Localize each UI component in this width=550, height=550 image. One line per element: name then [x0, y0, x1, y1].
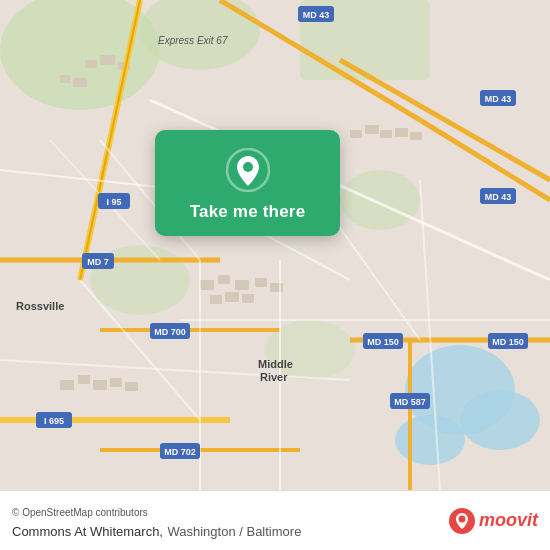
svg-point-8 — [340, 170, 420, 230]
map-background: I 95 I 695 MD 43 MD 43 MD 43 MD 7 MD 700… — [0, 0, 550, 490]
svg-text:MD 150: MD 150 — [492, 337, 524, 347]
svg-text:MD 587: MD 587 — [394, 397, 426, 407]
svg-rect-20 — [210, 295, 222, 304]
svg-rect-25 — [380, 130, 392, 138]
svg-rect-24 — [365, 125, 379, 134]
location-pin-icon — [226, 148, 270, 192]
svg-rect-10 — [85, 60, 97, 68]
svg-text:Middle: Middle — [258, 358, 293, 370]
moovit-icon — [449, 508, 475, 534]
svg-rect-28 — [60, 380, 74, 390]
svg-rect-15 — [200, 280, 214, 290]
region-name: Washington / Baltimore — [167, 524, 301, 539]
svg-text:MD 43: MD 43 — [485, 192, 512, 202]
svg-text:MD 43: MD 43 — [485, 94, 512, 104]
svg-rect-27 — [410, 132, 422, 140]
svg-rect-21 — [225, 292, 239, 302]
svg-rect-18 — [255, 278, 267, 287]
svg-text:MD 7: MD 7 — [87, 257, 109, 267]
svg-rect-26 — [395, 128, 408, 137]
svg-rect-30 — [93, 380, 107, 390]
svg-rect-19 — [270, 283, 283, 292]
popup-button-label: Take me there — [190, 202, 306, 222]
svg-rect-22 — [242, 294, 254, 303]
svg-text:MD 700: MD 700 — [154, 327, 186, 337]
svg-text:Express Exit 67: Express Exit 67 — [158, 35, 228, 46]
svg-rect-23 — [350, 130, 362, 138]
place-name: Commons At Whitemarch, — [12, 524, 163, 539]
svg-text:I 95: I 95 — [106, 197, 121, 207]
svg-text:MD 702: MD 702 — [164, 447, 196, 457]
moovit-text: moovit — [479, 510, 538, 531]
svg-text:I 695: I 695 — [44, 416, 64, 426]
svg-rect-31 — [110, 378, 122, 387]
svg-rect-16 — [218, 275, 230, 284]
svg-point-85 — [458, 515, 465, 522]
svg-point-83 — [243, 162, 253, 172]
svg-text:Rossville: Rossville — [16, 300, 64, 312]
svg-point-3 — [395, 415, 465, 465]
bottom-bar: © OpenStreetMap contributors Commons At … — [0, 490, 550, 550]
svg-point-2 — [460, 390, 540, 450]
svg-text:MD 150: MD 150 — [367, 337, 399, 347]
svg-text:River: River — [260, 371, 288, 383]
svg-rect-17 — [235, 280, 249, 290]
svg-rect-32 — [125, 382, 138, 391]
copyright-text: © OpenStreetMap contributors — [12, 507, 148, 518]
svg-rect-11 — [100, 55, 115, 65]
take-me-there-button[interactable]: Take me there — [155, 130, 340, 236]
moovit-logo: moovit — [449, 508, 538, 534]
svg-rect-14 — [73, 78, 87, 87]
svg-rect-29 — [78, 375, 90, 384]
place-info: © OpenStreetMap contributors Commons At … — [12, 502, 301, 540]
svg-text:MD 43: MD 43 — [303, 10, 330, 20]
map-container: I 95 I 695 MD 43 MD 43 MD 43 MD 7 MD 700… — [0, 0, 550, 490]
svg-rect-13 — [60, 75, 70, 83]
